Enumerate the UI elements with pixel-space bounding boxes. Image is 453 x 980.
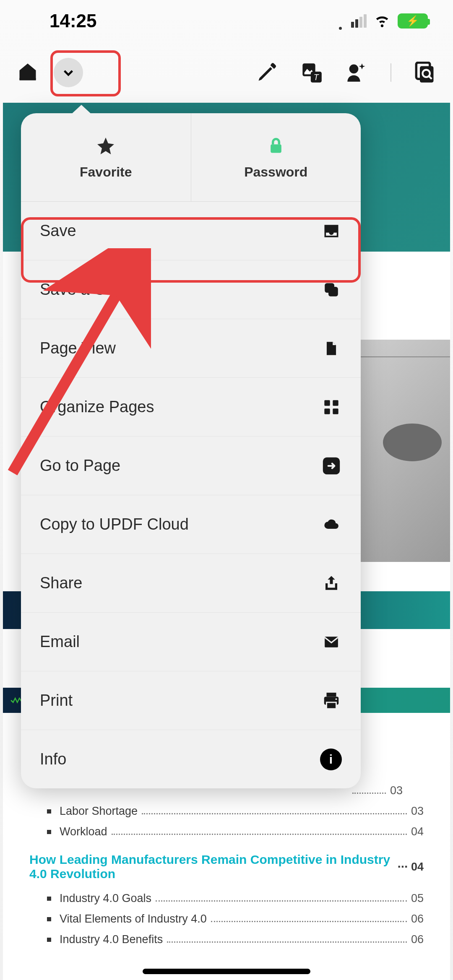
menu-item-save-copy[interactable]: Save a Copy <box>21 260 361 319</box>
password-tab[interactable]: Password <box>191 113 361 201</box>
cloud-icon <box>321 514 342 535</box>
svg-rect-12 <box>324 400 330 406</box>
toolbar-divider <box>391 63 391 82</box>
svg-rect-20 <box>327 702 336 708</box>
menu-item-page-view[interactable]: Page View <box>21 319 361 377</box>
image-text-icon[interactable]: T <box>301 62 323 83</box>
password-label: Password <box>244 164 307 180</box>
wifi-icon <box>374 12 390 30</box>
inbox-icon <box>321 221 342 242</box>
menu-item-save[interactable]: Save <box>21 201 361 260</box>
status-time: 14:25 <box>49 10 97 31</box>
svg-rect-15 <box>333 408 338 414</box>
svg-text:T: T <box>314 73 320 82</box>
svg-rect-14 <box>324 408 330 414</box>
svg-rect-13 <box>333 400 338 406</box>
favorite-label: Favorite <box>80 164 132 180</box>
page-icon <box>321 338 342 359</box>
menu-item-print[interactable]: Print <box>21 671 361 730</box>
mail-icon <box>321 632 342 652</box>
menu-item-organize-pages[interactable]: Organize Pages <box>21 377 361 436</box>
menu-item-share[interactable]: Share <box>21 554 361 612</box>
highlighter-icon[interactable] <box>256 62 278 83</box>
svg-rect-18 <box>327 692 336 697</box>
status-bar: 14:25 ⚡ <box>0 0 453 42</box>
star-icon <box>96 135 116 157</box>
menu-item-email[interactable]: Email <box>21 612 361 671</box>
image-sparkle-icon[interactable] <box>346 62 367 83</box>
lock-icon <box>267 135 285 157</box>
menu-item-info[interactable]: Info i <box>21 730 361 788</box>
toolbar: T <box>0 42 453 103</box>
grid-icon <box>321 397 342 418</box>
svg-rect-11 <box>328 287 338 296</box>
pages-search-icon[interactable] <box>414 62 436 83</box>
home-button[interactable] <box>17 61 39 84</box>
favorite-tab[interactable]: Favorite <box>21 113 191 201</box>
signal-dual-sim-dot <box>339 27 342 30</box>
signal-icon <box>351 14 367 28</box>
document-photo <box>354 340 450 562</box>
svg-point-21 <box>336 698 337 700</box>
svg-point-4 <box>349 64 359 73</box>
share-icon <box>321 573 342 594</box>
svg-rect-9 <box>271 144 281 153</box>
dropdown-menu: Favorite Password Save Save a Copy Page … <box>21 113 361 788</box>
print-icon <box>321 690 342 711</box>
menu-item-copy-cloud[interactable]: Copy to UPDF Cloud <box>21 495 361 554</box>
copy-icon <box>321 279 342 300</box>
home-indicator <box>143 969 310 974</box>
document-toc: 03 Labor Shortage03 Workload04 How Leadi… <box>29 784 424 954</box>
menu-item-go-to-page[interactable]: Go to Page <box>21 436 361 495</box>
dropdown-button[interactable] <box>54 58 83 87</box>
battery-charging-icon: ⚡ <box>398 13 428 29</box>
svg-rect-0 <box>20 78 36 80</box>
info-icon: i <box>320 749 342 770</box>
goto-icon <box>321 455 342 476</box>
